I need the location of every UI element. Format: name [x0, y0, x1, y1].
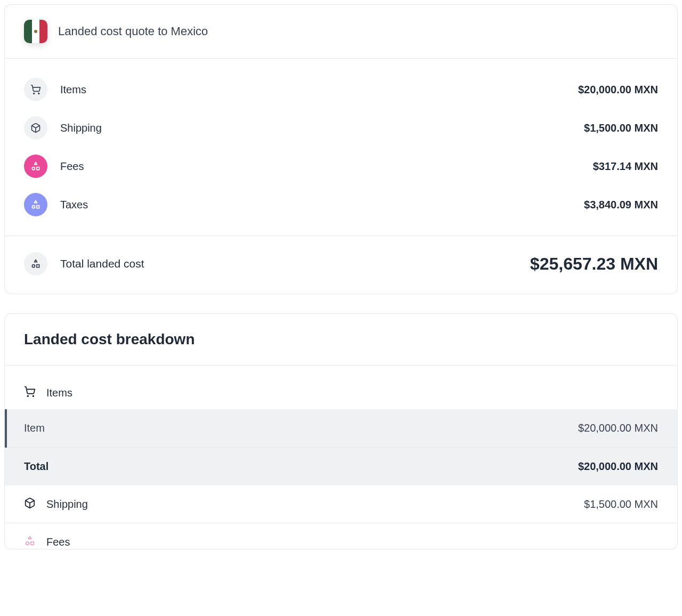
shapes-icon: [24, 155, 47, 178]
package-icon: [24, 497, 36, 511]
svg-rect-6: [37, 206, 39, 208]
summary-row-taxes: Taxes $3,840.09 MXN: [24, 185, 658, 224]
cart-icon: [24, 386, 36, 400]
breakdown-item-total-value: $20,000.00 MXN: [578, 460, 658, 473]
breakdown-items-block: Item $20,000.00 MXN Total $20,000.00 MXN: [5, 409, 677, 485]
breakdown-item-value: $20,000.00 MXN: [578, 422, 658, 434]
breakdown-item-row: Item $20,000.00 MXN: [5, 409, 677, 448]
taxes-label: Taxes: [60, 199, 88, 211]
shapes-icon: [24, 535, 36, 549]
svg-point-3: [32, 167, 35, 170]
breakdown-card: Landed cost breakdown Items Item $20,000…: [4, 313, 678, 549]
fees-value: $317.14 MXN: [593, 160, 658, 173]
breakdown-header: Landed cost breakdown: [5, 314, 677, 366]
mexico-flag-icon: [24, 20, 47, 43]
breakdown-items-head: Items: [5, 378, 677, 409]
breakdown-item-label: Item: [24, 422, 45, 434]
summary-row-items: Items $20,000.00 MXN: [24, 70, 658, 109]
package-icon: [24, 116, 47, 140]
summary-row-shipping: Shipping $1,500.00 MXN: [24, 109, 658, 147]
breakdown-title: Landed cost breakdown: [24, 331, 658, 348]
quote-header: Landed cost quote to Mexico: [5, 5, 677, 59]
svg-rect-13: [31, 542, 34, 545]
breakdown-item-total-label: Total: [24, 460, 48, 473]
svg-rect-8: [37, 265, 39, 268]
total-section: Total landed cost $25,657.23 MXN: [5, 236, 677, 294]
items-label: Items: [60, 84, 86, 96]
breakdown-shipping-value: $1,500.00 MXN: [584, 498, 658, 510]
breakdown-fees-label: Fees: [46, 536, 70, 548]
breakdown-item-total-row: Total $20,000.00 MXN: [5, 448, 677, 485]
quote-card: Landed cost quote to Mexico Items $20,00…: [4, 4, 678, 294]
svg-point-5: [32, 206, 35, 208]
breakdown-shipping-label: Shipping: [46, 498, 88, 510]
svg-point-0: [34, 93, 35, 94]
taxes-value: $3,840.09 MXN: [584, 199, 658, 211]
shipping-value: $1,500.00 MXN: [584, 122, 658, 134]
svg-rect-4: [37, 167, 39, 170]
svg-point-12: [26, 542, 29, 545]
shipping-label: Shipping: [60, 122, 102, 134]
svg-point-10: [33, 395, 34, 396]
quote-summary: Items $20,000.00 MXN Shipping $1,500.00 …: [5, 59, 677, 236]
breakdown-body: Items Item $20,000.00 MXN Total $20,000.…: [5, 366, 677, 549]
fees-label: Fees: [60, 160, 84, 173]
svg-point-1: [38, 93, 39, 94]
items-value: $20,000.00 MXN: [578, 84, 658, 96]
total-value: $25,657.23 MXN: [530, 254, 658, 274]
svg-point-7: [32, 265, 35, 268]
breakdown-shipping-row: Shipping $1,500.00 MXN: [5, 485, 677, 523]
shapes-icon: [24, 193, 47, 216]
total-label: Total landed cost: [60, 257, 144, 270]
quote-title: Landed cost quote to Mexico: [58, 25, 208, 38]
svg-point-9: [27, 395, 28, 396]
cart-icon: [24, 78, 47, 101]
summary-row-fees: Fees $317.14 MXN: [24, 147, 658, 185]
breakdown-items-heading: Items: [46, 387, 72, 399]
breakdown-fees-row: Fees: [5, 523, 677, 549]
shapes-icon: [24, 252, 47, 275]
